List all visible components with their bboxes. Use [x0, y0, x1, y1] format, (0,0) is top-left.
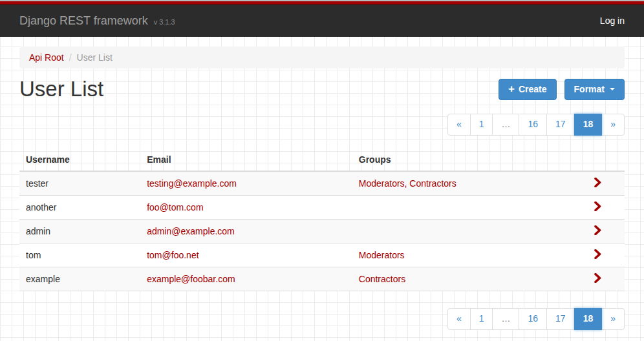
pagination-bottom: « 1 … 16 17 18 »	[447, 308, 625, 330]
row-detail-chevron-icon[interactable]	[594, 249, 601, 259]
page-ellipsis-label: …	[492, 308, 519, 330]
page-ellipsis: …	[493, 114, 519, 136]
table-header: Username Email Groups	[19, 149, 625, 171]
toolbar: + Create Format	[499, 79, 625, 100]
page-prev-link[interactable]: «	[447, 114, 471, 136]
row-detail-chevron-icon[interactable]	[594, 178, 601, 187]
row-detail-chevron-icon[interactable]	[594, 225, 601, 235]
create-button-label: Create	[519, 84, 547, 94]
title-row: User List + Create Format	[19, 78, 625, 101]
row-detail-chevron-icon[interactable]	[594, 273, 601, 283]
page-prev: «	[447, 308, 471, 330]
login-link[interactable]: Log in	[600, 16, 625, 26]
row-detail-chevron-icon[interactable]	[594, 202, 601, 211]
breadcrumb-current: User List	[77, 52, 113, 63]
breadcrumb-separator: /	[64, 52, 77, 63]
navbar-version: v 3.1.3	[154, 18, 175, 26]
header-email: Email	[140, 149, 352, 171]
pagination-top: « 1 … 16 17 18 »	[447, 114, 625, 136]
caret-down-icon	[610, 88, 615, 90]
email-link[interactable]: foo@tom.com	[147, 202, 203, 212]
table-row: another foo@tom.com	[19, 196, 625, 220]
groups-link[interactable]: Moderators, Contractors	[359, 178, 456, 189]
username-cell: tom	[19, 243, 140, 267]
plus-icon: +	[508, 83, 515, 94]
table-row: admin admin@example.com	[19, 220, 625, 243]
format-dropdown-button[interactable]: Format	[564, 79, 625, 100]
main-content: Api Root / User List User List + Create …	[19, 46, 625, 330]
email-link[interactable]: testing@example.com	[147, 178, 237, 189]
page-17: 17	[547, 308, 575, 330]
page-18-link[interactable]: 18	[574, 308, 603, 330]
page-16: 16	[519, 114, 547, 136]
email-link[interactable]: example@foobar.com	[147, 274, 235, 284]
page-18-active: 18	[575, 308, 603, 330]
page-ellipsis-label: …	[492, 114, 519, 136]
username-cell: another	[19, 196, 140, 220]
page-1: 1	[471, 308, 493, 330]
header-groups: Groups	[352, 149, 576, 171]
page-next: »	[602, 308, 625, 330]
breadcrumb: Api Root / User List	[19, 46, 625, 68]
page-1-link[interactable]: 1	[470, 308, 493, 330]
groups-link[interactable]: Contractors	[359, 274, 405, 284]
pagination-bottom-row: « 1 … 16 17 18 »	[19, 308, 625, 330]
breadcrumb-api-root-link[interactable]: Api Root	[29, 52, 64, 63]
header-detail	[576, 149, 625, 171]
page-17-link[interactable]: 17	[546, 308, 575, 330]
username-cell: example	[19, 267, 140, 291]
page-next: »	[602, 114, 625, 136]
page-prev: «	[447, 114, 471, 136]
create-button[interactable]: + Create	[499, 79, 557, 100]
username-cell: tester	[19, 171, 140, 196]
navbar: Django REST framework v 3.1.3 Log in	[0, 5, 644, 37]
email-link[interactable]: tom@foo.net	[147, 250, 199, 260]
page-16-link[interactable]: 16	[519, 308, 547, 330]
page-ellipsis: …	[493, 308, 519, 330]
email-link[interactable]: admin@example.com	[147, 226, 235, 236]
table-row: tester testing@example.com Moderators, C…	[19, 171, 625, 196]
format-button-label: Format	[574, 84, 605, 94]
page-17-link[interactable]: 17	[546, 114, 575, 136]
page-title: User List	[19, 78, 103, 101]
top-accent-bar	[0, 0, 644, 5]
pagination-top-row: « 1 … 16 17 18 »	[19, 114, 625, 136]
page-next-link[interactable]: »	[601, 308, 625, 330]
page-1: 1	[471, 114, 493, 136]
navbar-brand-group: Django REST framework v 3.1.3	[19, 14, 175, 28]
navbar-brand-link[interactable]: Django REST framework	[19, 14, 148, 27]
page-next-link[interactable]: »	[601, 114, 625, 136]
page-prev-link[interactable]: «	[447, 308, 471, 330]
table-row: example example@foobar.com Contractors	[19, 267, 625, 291]
user-list-table: Username Email Groups tester testing@exa…	[19, 149, 625, 291]
page-1-link[interactable]: 1	[470, 114, 493, 136]
page-16: 16	[519, 308, 547, 330]
page-18-active: 18	[575, 114, 603, 136]
header-username: Username	[19, 149, 140, 171]
page-18-link[interactable]: 18	[574, 114, 603, 136]
table-row: tom tom@foo.net Moderators	[19, 243, 625, 267]
groups-link[interactable]: Moderators	[359, 250, 405, 260]
page-16-link[interactable]: 16	[519, 114, 547, 136]
page-17: 17	[547, 114, 575, 136]
username-cell: admin	[19, 220, 140, 243]
